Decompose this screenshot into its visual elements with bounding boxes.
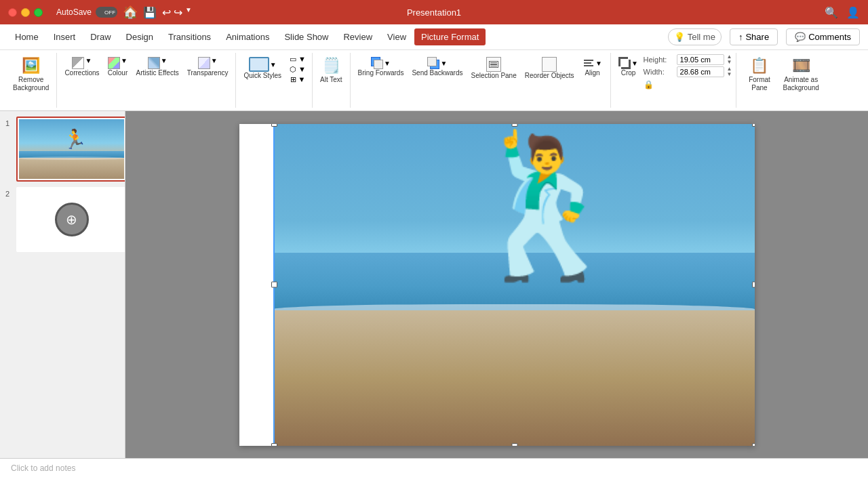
slide-1-thumbnail[interactable]: 🏃 [16, 117, 125, 182]
transparency-button[interactable]: ▼ Transparency [184, 54, 232, 80]
height-input[interactable] [677, 54, 724, 65]
slide-2-number: 2 [5, 187, 12, 198]
animate-as-bg-button[interactable]: 🎞️ Animate asBackground [779, 54, 822, 95]
notes-bar[interactable]: Click to add notes [0, 458, 868, 477]
size-inputs: Height: ▲▼ Width: ▲▼ 🔒 [644, 54, 732, 89]
transparency-label: Transparency [187, 69, 229, 77]
send-back-icon-group: ▼ [427, 57, 447, 69]
colour-dropdown: ▼ [121, 57, 127, 69]
menu-draw[interactable]: Draw [83, 28, 117, 45]
autosave-label: AutoSave [56, 7, 92, 17]
menu-picture-format[interactable]: Picture Format [414, 28, 486, 45]
quick-styles-icon-group: ▼ [249, 57, 277, 72]
tell-me-input[interactable]: 💡 Tell me [668, 28, 722, 45]
comment-icon: 💬 [795, 32, 806, 42]
share-label: Share [745, 32, 769, 42]
artistic-icon [148, 57, 160, 69]
menu-home[interactable]: Home [8, 28, 45, 45]
autosave-toggle[interactable] [96, 7, 117, 18]
slide-1-bg: 🏃 [19, 119, 124, 179]
picture-layout-button[interactable]: ⊞ ▼ [288, 75, 308, 85]
bring-forwards-button[interactable]: ▼ Bring Forwards [355, 54, 408, 80]
crop-icon [618, 57, 631, 69]
home-icon[interactable]: 🏠 [123, 5, 138, 20]
menu-view[interactable]: View [380, 28, 413, 45]
remove-bg-label: RemoveBackground [13, 76, 49, 92]
bring-fwd-label: Bring Forwards [358, 69, 404, 77]
share-button[interactable]: ↑ Share [730, 28, 778, 45]
quick-access-dropdown[interactable]: ▼ [185, 6, 192, 19]
menu-right: 💡 Tell me ↑ Share 💬 Comments [668, 28, 860, 45]
bring-fwd-icon-group: ▼ [371, 57, 391, 69]
height-row: Height: ▲▼ [644, 54, 732, 65]
minimize-button[interactable] [21, 8, 30, 17]
format-pane-items: 📋 FormatPane 🎞️ Animate asBackground [741, 54, 822, 106]
colour-icon-group: ▼ [108, 57, 127, 69]
remove-bg-icon: 🖼️ [22, 57, 40, 75]
account-icon[interactable]: 👤 [846, 6, 860, 19]
align-button[interactable]: ▼ Align [579, 54, 606, 80]
lightbulb-icon: 💡 [674, 32, 685, 42]
colour-icon [108, 57, 120, 69]
send-back-label: Send Backwards [412, 69, 462, 77]
picture-border-button[interactable]: ▭ ▼ [288, 54, 308, 64]
width-spinner[interactable]: ▲▼ [727, 66, 732, 77]
maximize-button[interactable] [34, 8, 43, 17]
comments-button[interactable]: 💬 Comments [786, 28, 860, 45]
slide-2-container: 2 ⊕ [5, 187, 119, 252]
slide-1-number: 1 [5, 117, 12, 127]
slide-canvas[interactable]: 🕺 [239, 124, 755, 446]
ribbon-group-accessibility: 🗒️ Alt Text [313, 53, 351, 108]
artistic-effects-button[interactable]: ▼ Artistic Effects [133, 54, 182, 80]
alt-text-button[interactable]: 🗒️ Alt Text [317, 54, 346, 87]
menu-insert[interactable]: Insert [47, 28, 83, 45]
width-input[interactable] [677, 66, 724, 77]
reorder-objects-button[interactable]: Reorder Objects [521, 54, 578, 83]
share-icon: ↑ [738, 32, 743, 42]
colour-label: Colour [108, 69, 127, 77]
slide-2-thumbnail[interactable]: ⊕ [16, 187, 125, 252]
ribbon-group-background: 🖼️ RemoveBackground [5, 53, 57, 108]
format-pane-label: FormatPane [749, 76, 770, 92]
slide-content: 🕺 [239, 124, 755, 446]
save-icon[interactable]: 💾 [143, 6, 157, 19]
search-icon[interactable]: 🔍 [825, 6, 838, 19]
layout-icon: ⊞ ▼ [290, 75, 306, 84]
crop-button[interactable]: ▼ Crop [615, 54, 642, 80]
crop-dropdown: ▼ [631, 60, 638, 67]
menu-design[interactable]: Design [119, 28, 160, 45]
height-label: Height: [644, 56, 674, 64]
menu-animations[interactable]: Animations [219, 28, 276, 45]
adjust-items: ▼ Corrections ▼ Colour ▼ Artistic Effect… [61, 54, 231, 106]
quick-styles-dropdown: ▼ [270, 61, 277, 68]
ribbon-group-styles: ▼ Quick Styles ▭ ▼ ⬡ ▼ ⊞ ▼ [236, 53, 313, 108]
border-icon: ▭ ▼ [290, 55, 306, 64]
format-pane-button[interactable]: 📋 FormatPane [741, 54, 778, 95]
pane-lines [489, 61, 498, 68]
send-backwards-button[interactable]: ▼ Send Backwards [408, 54, 466, 80]
send-back-dropdown: ▼ [440, 60, 447, 67]
colour-button[interactable]: ▼ Colour [104, 54, 132, 80]
lock-aspect-icon: 🔒 [644, 80, 654, 89]
ribbon-group-format-pane: 📋 FormatPane 🎞️ Animate asBackground [736, 53, 826, 108]
selection-pane-button[interactable]: Selection Pane [467, 54, 519, 83]
menu-transitions[interactable]: Transitions [161, 28, 218, 45]
title-text: Presentation1 [407, 7, 461, 18]
undo-button[interactable]: ↩ [162, 6, 171, 19]
remove-background-button[interactable]: 🖼️ RemoveBackground [9, 54, 52, 95]
close-button[interactable] [8, 8, 17, 17]
compass-icon: ⊕ [55, 203, 89, 236]
reorder-icon [542, 57, 557, 72]
format-pane-icon: 📋 [750, 57, 768, 75]
picture-effects-button[interactable]: ⬡ ▼ [288, 64, 308, 75]
quick-styles-button[interactable]: ▼ Quick Styles [240, 54, 285, 83]
corrections-icon [72, 57, 84, 69]
menu-review[interactable]: Review [336, 28, 379, 45]
corrections-button[interactable]: ▼ Corrections [61, 54, 102, 80]
height-spinner[interactable]: ▲▼ [727, 54, 732, 65]
artistic-dropdown: ▼ [161, 57, 167, 69]
menu-slideshow[interactable]: Slide Show [277, 28, 335, 45]
align-icon [583, 57, 595, 69]
redo-button[interactable]: ↪ [174, 6, 182, 19]
slide-panel: 1 🏃 2 ⊕ [0, 111, 125, 458]
